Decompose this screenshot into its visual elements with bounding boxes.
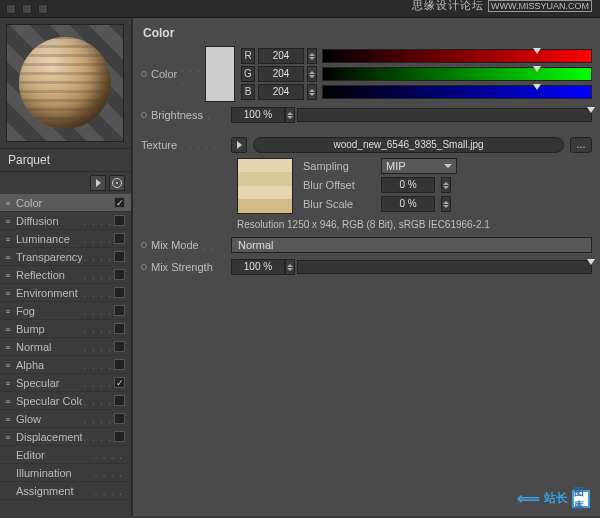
sampling-dropdown[interactable]: MIP (381, 158, 457, 174)
channel-checkbox[interactable] (114, 251, 125, 262)
channel-label: Illumination (16, 467, 93, 479)
expand-icon: ▫ (6, 233, 16, 245)
channel-diffusion[interactable]: ▫Diffusion . . . . (0, 212, 131, 230)
watermark-url: WWW.MISSYUAN.COM (488, 0, 592, 12)
b-slider[interactable] (322, 85, 592, 99)
channel-label: Environment (16, 287, 82, 299)
channel-checkbox[interactable] (114, 359, 125, 370)
browse-button[interactable]: ... (570, 137, 592, 153)
expand-icon: ▫ (6, 431, 16, 443)
channel-bump[interactable]: ▫Bump . . . . (0, 320, 131, 338)
channel-label: Glow (16, 413, 82, 425)
channel-checkbox[interactable]: ✓ (114, 197, 125, 208)
channel-checkbox[interactable] (114, 395, 125, 406)
channel-transparency[interactable]: ▫Transparency . . . . (0, 248, 131, 266)
mixstrength-field[interactable]: 100 % (231, 259, 285, 275)
expand-icon: ▫ (6, 251, 16, 263)
anim-dot-icon[interactable] (141, 112, 147, 118)
expand-icon: ▫ (6, 359, 16, 371)
g-field[interactable]: 204 (258, 66, 304, 82)
texture-arrow-btn[interactable] (231, 137, 247, 153)
arrow-right-icon (96, 179, 101, 187)
channel-color[interactable]: ▫Color . . . .✓ (0, 194, 131, 212)
g-slider[interactable] (322, 67, 592, 81)
g-spinner[interactable] (307, 66, 317, 82)
color-swatch[interactable] (205, 46, 235, 102)
anim-dot-icon[interactable] (141, 71, 147, 77)
toolbar-btn[interactable] (6, 4, 16, 14)
channel-checkbox[interactable] (114, 233, 125, 244)
bluroffset-spinner[interactable] (441, 177, 451, 193)
channel-checkbox[interactable]: ✓ (114, 377, 125, 388)
texture-filename[interactable]: wood_new_6546_9385_Small.jpg (253, 137, 564, 153)
channel-checkbox[interactable] (114, 215, 125, 226)
r-spinner[interactable] (307, 48, 317, 64)
channel-label: Reflection (16, 269, 82, 281)
r-slider[interactable] (322, 49, 592, 63)
mixstrength-label: Mix Strength (151, 261, 213, 273)
brightness-slider[interactable] (297, 108, 592, 122)
blurscale-label: Blur Scale (303, 198, 375, 210)
anim-dot-icon[interactable] (141, 264, 147, 270)
target-icon (112, 178, 122, 188)
channel-checkbox[interactable] (114, 305, 125, 316)
mixstrength-slider[interactable] (297, 260, 592, 274)
mixmode-dropdown[interactable]: Normal (231, 237, 592, 253)
b-spinner[interactable] (307, 84, 317, 100)
channel-checkbox[interactable] (114, 431, 125, 442)
toolbar-btn[interactable] (38, 4, 48, 14)
blurscale-field[interactable]: 0 % (381, 196, 435, 212)
b-label: B (241, 84, 255, 100)
channel-specular-color[interactable]: ▫Specular Color . . . . (0, 392, 131, 410)
left-panel: Parquet ▫Color . . . .✓▫Diffusion . . . … (0, 18, 132, 516)
channel-checkbox[interactable] (114, 287, 125, 298)
anim-dot-icon[interactable] (141, 242, 147, 248)
channel-checkbox[interactable] (114, 413, 125, 424)
expand-icon: ▫ (6, 305, 16, 317)
expand-icon: ▫ (6, 413, 16, 425)
channel-luminance[interactable]: ▫Luminance . . . . (0, 230, 131, 248)
channel-displacement[interactable]: ▫Displacement . . . . (0, 428, 131, 446)
channel-glow[interactable]: ▫Glow . . . . (0, 410, 131, 428)
expand-icon: ▫ (6, 377, 16, 389)
channel-fog[interactable]: ▫Fog . . . . (0, 302, 131, 320)
mixstrength-spinner[interactable] (285, 259, 295, 275)
channel-label: Specular Color (16, 395, 82, 407)
brightness-spinner[interactable] (285, 107, 295, 123)
channel-specular[interactable]: ▫Specular . . . .✓ (0, 374, 131, 392)
channel-label: Color (16, 197, 82, 209)
chevron-down-icon (444, 164, 452, 168)
picker-btn[interactable] (109, 175, 125, 191)
r-field[interactable]: 204 (258, 48, 304, 64)
brightness-field[interactable]: 100 % (231, 107, 285, 123)
expand-icon: ▫ (6, 323, 16, 335)
texture-thumbnail[interactable] (237, 158, 293, 214)
material-preview[interactable] (6, 24, 124, 142)
b-field[interactable]: 204 (258, 84, 304, 100)
material-name[interactable]: Parquet (0, 148, 131, 172)
channel-alpha[interactable]: ▫Alpha . . . . (0, 356, 131, 374)
resolution-text: Resolution 1250 x 946, RGB (8 Bit), sRGB… (237, 219, 592, 230)
channel-checkbox[interactable] (114, 269, 125, 280)
channel-checkbox[interactable] (114, 341, 125, 352)
channel-environment[interactable]: ▫Environment . . . . (0, 284, 131, 302)
channel-editor[interactable]: Editor . . . . (0, 446, 131, 464)
g-label: G (241, 66, 255, 82)
channel-reflection[interactable]: ▫Reflection . . . . (0, 266, 131, 284)
blurscale-spinner[interactable] (441, 196, 451, 212)
channel-illumination[interactable]: Illumination . . . . (0, 464, 131, 482)
channel-label: Assignment (16, 485, 93, 497)
channel-normal[interactable]: ▫Normal . . . . (0, 338, 131, 356)
expand-icon: ▫ (6, 197, 16, 209)
channel-checkbox[interactable] (114, 323, 125, 334)
bluroffset-field[interactable]: 0 % (381, 177, 435, 193)
next-btn[interactable] (90, 175, 106, 191)
mixmode-label: Mix Mode (151, 239, 199, 251)
toolbar-btn[interactable] (22, 4, 32, 14)
brightness-label: Brightness (151, 109, 203, 121)
channel-label: Transparency (16, 251, 82, 263)
channel-label: Displacement (16, 431, 82, 443)
channel-assignment[interactable]: Assignment . . . . (0, 482, 131, 500)
preview-sphere (19, 37, 111, 129)
watermark-cn: 思缘设计论坛 (412, 0, 484, 13)
